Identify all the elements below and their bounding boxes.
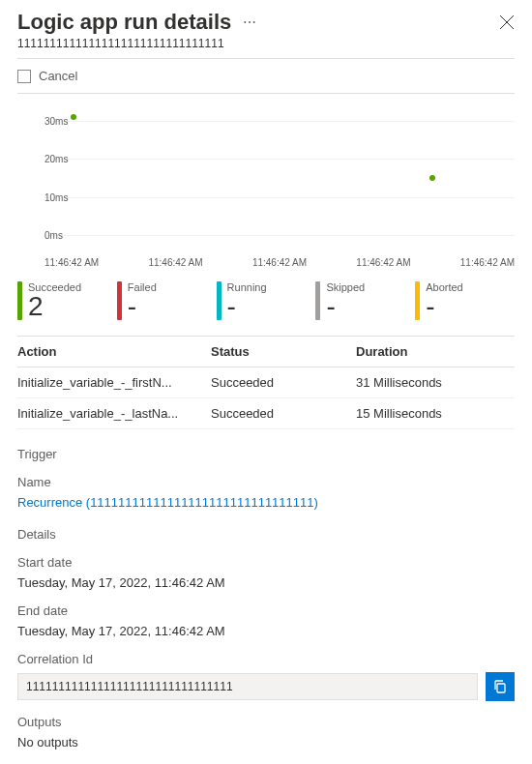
actions-table: Action Status Duration Initialize_variab… (17, 336, 515, 429)
status-value: - (227, 293, 267, 320)
chart-data-point (429, 175, 435, 181)
status-value: - (326, 293, 365, 320)
close-icon[interactable] (499, 15, 515, 30)
details-section-label: Details (17, 527, 515, 542)
status-value: - (128, 293, 157, 320)
chart-gridline (44, 159, 515, 160)
correlation-id-value[interactable]: 11111111111111111111111111111111 (17, 673, 478, 700)
status-tile: Succeeded2 (17, 281, 117, 320)
status-tile: Running- (217, 281, 316, 320)
trigger-section-label: Trigger (17, 447, 515, 461)
status-color-bar (17, 281, 22, 320)
more-icon[interactable]: ⋯ (237, 15, 257, 30)
chart-y-tick: 30ms (44, 115, 68, 126)
status-tile: Aborted- (415, 281, 515, 320)
cancel-button[interactable]: Cancel (39, 69, 77, 83)
end-date-label: End date (17, 603, 515, 618)
chart-x-tick: 11:46:42 AM (460, 257, 515, 268)
cell-action: Initialize_variable_-_firstN... (17, 375, 211, 390)
chart-x-tick: 11:46:42 AM (44, 257, 99, 268)
chart-gridline (44, 235, 515, 236)
col-status: Status (211, 344, 356, 359)
chart-x-axis: 11:46:42 AM11:46:42 AM11:46:42 AM11:46:4… (44, 257, 515, 268)
cell-status: Succeeded (211, 375, 356, 390)
copy-button[interactable] (486, 672, 515, 701)
chart-x-tick: 11:46:42 AM (356, 257, 410, 268)
chart-gridline (44, 197, 515, 198)
status-color-bar (315, 281, 320, 320)
cancel-checkbox[interactable] (17, 70, 31, 83)
outputs-value: No outputs (17, 735, 515, 749)
status-color-bar (217, 281, 222, 320)
end-date-value: Tuesday, May 17, 2022, 11:46:42 AM (17, 624, 515, 638)
chart-gridline (44, 121, 515, 122)
pane-title: Logic app run details (17, 10, 231, 35)
table-row[interactable]: Initialize_variable_-_lastNa...Succeeded… (17, 398, 515, 429)
cell-status: Succeeded (211, 406, 356, 421)
svg-rect-2 (497, 684, 505, 692)
cell-duration: 15 Milliseconds (356, 406, 515, 421)
start-date-value: Tuesday, May 17, 2022, 11:46:42 AM (17, 575, 515, 590)
trigger-name-link[interactable]: Recurrence (1111111111111111111111111111… (17, 495, 515, 510)
col-action: Action (17, 344, 211, 359)
duration-chart: 0ms10ms20ms30ms11:46:42 AM11:46:42 AM11:… (17, 100, 515, 264)
table-header-row: Action Status Duration (17, 336, 515, 367)
start-date-label: Start date (17, 555, 515, 570)
col-duration: Duration (356, 344, 515, 359)
command-bar: Cancel (17, 63, 515, 89)
status-value: 2 (28, 293, 81, 320)
trigger-name-label: Name (17, 475, 515, 489)
chart-y-tick: 20ms (44, 154, 68, 164)
copy-icon (492, 679, 508, 694)
status-value: - (426, 293, 463, 320)
outputs-label: Outputs (17, 715, 515, 729)
correlation-id-label: Correlation Id (17, 652, 515, 666)
chart-y-tick: 0ms (44, 230, 63, 241)
status-tile: Failed- (117, 281, 217, 320)
table-row[interactable]: Initialize_variable_-_firstN...Succeeded… (17, 367, 515, 398)
status-color-bar (415, 281, 420, 320)
chart-x-tick: 11:46:42 AM (148, 257, 202, 268)
cell-action: Initialize_variable_-_lastNa... (17, 406, 211, 421)
status-tiles: Succeeded2Failed-Running-Skipped-Aborted… (17, 281, 515, 328)
status-tile: Skipped- (315, 281, 415, 320)
chart-x-tick: 11:46:42 AM (252, 257, 307, 268)
chart-data-point (71, 114, 76, 120)
chart-y-tick: 10ms (44, 191, 68, 202)
status-color-bar (117, 281, 122, 320)
cell-duration: 31 Milliseconds (356, 375, 515, 390)
run-id-text: 11111111111111111111111111111111 (17, 37, 515, 50)
